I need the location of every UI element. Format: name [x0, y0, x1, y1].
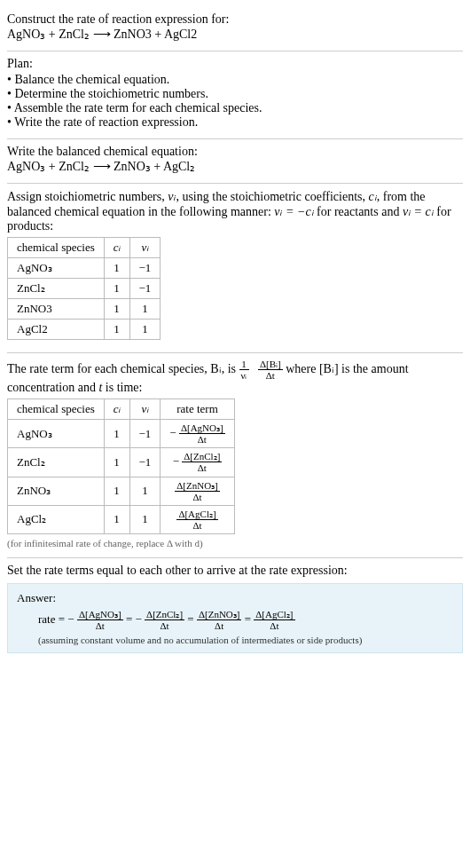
- rate-frac: Δ[AgNO₃] Δt: [179, 422, 225, 445]
- nui-label: νᵢ: [142, 402, 149, 415]
- col-ci: cᵢ: [104, 238, 129, 258]
- stoich-table: chemical species cᵢ νᵢ AgNO₃ 1 −1 ZnCl₂ …: [7, 237, 161, 340]
- stoich-section: Assign stoichiometric numbers, νᵢ, using…: [7, 184, 463, 352]
- equals: =: [187, 612, 197, 626]
- ci-cell: 1: [104, 505, 129, 533]
- col-species: chemical species: [8, 399, 105, 420]
- rate-frac-4: Δ[AgCl₂] Δt: [254, 609, 294, 631]
- species-cell: ZnCl₂: [8, 279, 105, 299]
- final-section: Set the rate terms equal to each other t…: [7, 558, 463, 662]
- balanced-equation: AgNO₃ + ZnCl₂ ⟶ ZnNO₃ + AgCl₂: [7, 159, 463, 174]
- table-row: AgNO₃ 1 −1 − Δ[AgNO₃] Δt: [8, 420, 235, 448]
- rate-prefix: rate = −: [38, 612, 74, 626]
- rate-term-section: The rate term for each chemical species,…: [7, 353, 463, 557]
- denominator: Δt: [175, 492, 220, 502]
- numerator: Δ[ZnCl₂]: [145, 609, 184, 620]
- numerator: Δ[ZnNO₃]: [197, 609, 242, 620]
- rate-frac: Δ[AgCl₂] Δt: [176, 509, 217, 531]
- equals: =: [245, 612, 255, 626]
- ci-cell: 1: [104, 299, 129, 320]
- numerator: 1: [239, 359, 249, 370]
- nui-cell: 1: [129, 477, 161, 505]
- plan-item: Balance the chemical equation.: [7, 73, 463, 87]
- plan-item: Determine the stoichiometric numbers.: [7, 87, 463, 101]
- denominator: Δt: [182, 462, 222, 473]
- c-i: cᵢ: [369, 190, 377, 203]
- ci-cell: 1: [104, 320, 129, 340]
- ci-cell: 1: [104, 258, 129, 279]
- species-cell: AgNO₃: [8, 420, 105, 448]
- rate-term-intro: The rate term for each chemical species,…: [7, 359, 463, 395]
- species-cell: ZnNO3: [8, 299, 105, 320]
- nui-cell: −1: [129, 279, 161, 299]
- species-cell: AgCl2: [8, 320, 105, 340]
- species-cell: AgCl₂: [8, 505, 105, 533]
- col-rate-term: rate term: [161, 399, 234, 420]
- equals: = −: [126, 612, 142, 626]
- nui-label: νᵢ: [142, 241, 149, 254]
- relation: νᵢ = −cᵢ: [274, 205, 313, 218]
- numerator: Δ[ZnNO₃]: [175, 480, 220, 492]
- stoich-intro: Assign stoichiometric numbers, νᵢ, using…: [7, 189, 463, 233]
- denominator: Δt: [197, 620, 242, 631]
- final-intro: Set the rate terms equal to each other t…: [7, 564, 463, 578]
- table-row: ZnNO₃ 1 1 Δ[ZnNO₃] Δt: [8, 477, 235, 505]
- rate-term-cell: Δ[AgCl₂] Δt: [161, 505, 234, 533]
- species-cell: AgNO₃: [8, 258, 105, 279]
- ci-label: cᵢ: [114, 241, 121, 254]
- text: is time:: [102, 381, 142, 394]
- nui-cell: −1: [129, 448, 161, 477]
- rate-frac: Δ[ZnNO₃] Δt: [175, 480, 220, 502]
- text: , using the stoichiometric coefficients,: [176, 190, 368, 203]
- text: for reactants and: [314, 205, 403, 218]
- rate-term-cell: − Δ[ZnCl₂] Δt: [161, 448, 234, 477]
- col-ci: cᵢ: [104, 399, 129, 420]
- rate-frac-2: Δ[ZnCl₂] Δt: [145, 609, 184, 631]
- sign: −: [173, 454, 179, 468]
- ci-cell: 1: [104, 420, 129, 448]
- plan-section: Plan: Balance the chemical equation. Det…: [7, 51, 463, 138]
- sign: −: [169, 426, 176, 439]
- rate-frac-1: Δ[AgNO₃] Δt: [77, 609, 123, 631]
- numerator: Δ[ZnCl₂]: [182, 451, 222, 462]
- rate-term-table: chemical species cᵢ νᵢ rate term AgNO₃ 1…: [7, 398, 235, 534]
- plan-item: Write the rate of reaction expression.: [7, 115, 463, 130]
- table-row: AgCl₂ 1 1 Δ[AgCl₂] Δt: [8, 505, 235, 533]
- numerator: Δ[AgCl₂]: [254, 609, 294, 620]
- text: The rate term for each chemical species,: [7, 362, 210, 375]
- col-species: chemical species: [8, 238, 105, 258]
- ci-cell: 1: [104, 477, 129, 505]
- species-cell: ZnCl₂: [8, 448, 105, 477]
- rate-expression: rate = − Δ[AgNO₃] Δt = − Δ[ZnCl₂] Δt = Δ…: [17, 609, 453, 631]
- text: , is: [222, 362, 239, 375]
- frac-one-over-nu: 1 νᵢ: [239, 359, 249, 381]
- numerator: Δ[AgNO₃]: [179, 422, 225, 434]
- bi: Bᵢ: [210, 362, 221, 375]
- numerator: Δ[AgNO₃]: [77, 609, 123, 620]
- table-row: AgCl2 1 1: [8, 320, 161, 340]
- numerator: Δ[Bᵢ]: [258, 359, 283, 370]
- nui-cell: 1: [129, 299, 161, 320]
- assumption-note: (assuming constant volume and no accumul…: [17, 635, 453, 645]
- table-row: ZnCl₂ 1 −1 − Δ[ZnCl₂] Δt: [8, 448, 235, 477]
- ci-label: cᵢ: [114, 402, 121, 415]
- relation: νᵢ = cᵢ: [403, 205, 434, 218]
- col-nui: νᵢ: [129, 399, 161, 420]
- numerator: Δ[AgCl₂]: [176, 509, 217, 520]
- nui-cell: −1: [129, 258, 161, 279]
- answer-box: Answer: rate = − Δ[AgNO₃] Δt = − Δ[ZnCl₂…: [7, 583, 463, 653]
- balanced-section: Write the balanced chemical equation: Ag…: [7, 139, 463, 183]
- denominator: Δt: [254, 620, 294, 631]
- table-header-row: chemical species cᵢ νᵢ: [8, 238, 161, 258]
- answer-label: Answer:: [17, 591, 453, 605]
- ci-cell: 1: [104, 279, 129, 299]
- frac-dbi-dt: Δ[Bᵢ] Δt: [258, 359, 283, 381]
- denominator: Δt: [77, 620, 123, 631]
- denominator: Δt: [145, 620, 184, 631]
- infinitesimal-note: (for infinitesimal rate of change, repla…: [7, 538, 463, 548]
- text: Assign stoichiometric numbers,: [7, 190, 168, 203]
- table-header-row: chemical species cᵢ νᵢ rate term: [8, 399, 235, 420]
- plan-list: Balance the chemical equation. Determine…: [7, 73, 463, 130]
- prompt-line1: Construct the rate of reaction expressio…: [7, 12, 463, 27]
- denominator: νᵢ: [239, 370, 249, 381]
